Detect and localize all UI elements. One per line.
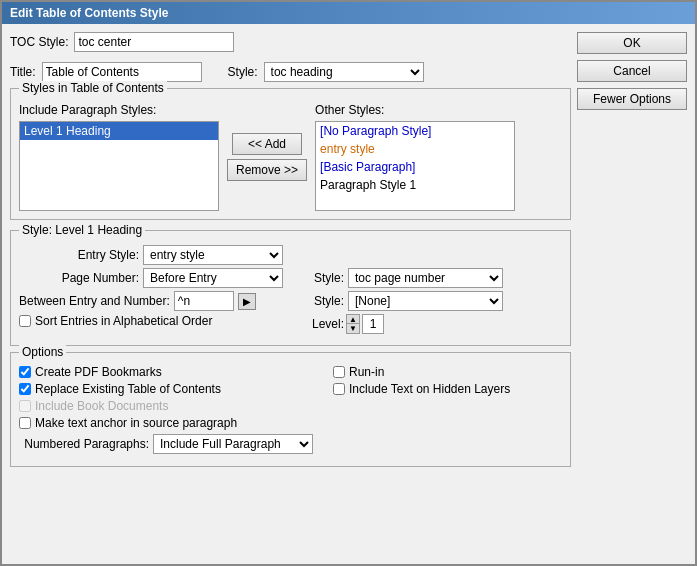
other-col: Other Styles: [No Paragraph Style] entry…	[315, 103, 515, 211]
options-section: Options Create PDF Bookmarks Replace Exi…	[10, 352, 571, 467]
replace-existing-checkbox[interactable]	[19, 383, 31, 395]
page-number-label: Page Number:	[19, 271, 139, 285]
level-input[interactable]	[362, 314, 384, 334]
level-label: Level:	[299, 317, 344, 331]
make-text-anchor-checkbox[interactable]	[19, 417, 31, 429]
page-number-row: Page Number: Before Entry	[19, 268, 283, 288]
run-in-checkbox[interactable]	[333, 366, 345, 378]
title-input[interactable]	[42, 62, 202, 82]
sort-label: Sort Entries in Alphabetical Order	[35, 314, 212, 328]
sort-row: Sort Entries in Alphabetical Order	[19, 314, 283, 328]
create-pdf-row: Create PDF Bookmarks	[19, 365, 313, 379]
between-style-row: Style: [None]	[299, 291, 503, 311]
include-label: Include Paragraph Styles:	[19, 103, 219, 117]
entry-style-select[interactable]: entry style	[143, 245, 283, 265]
entry-style-label: Entry Style:	[19, 248, 139, 262]
style-level-section: Style: Level 1 Heading Entry Style: entr…	[10, 230, 571, 346]
other-item-3[interactable]: Paragraph Style 1	[316, 176, 514, 194]
fewer-options-button[interactable]: Fewer Options	[577, 88, 687, 110]
replace-existing-label: Replace Existing Table of Contents	[35, 382, 221, 396]
right-panel: OK Cancel Fewer Options	[577, 32, 687, 467]
create-pdf-label: Create PDF Bookmarks	[35, 365, 162, 379]
include-hidden-checkbox[interactable]	[333, 383, 345, 395]
between-input-group: ▶	[174, 291, 256, 311]
numbered-paragraphs-row: Numbered Paragraphs: Include Full Paragr…	[19, 434, 313, 454]
make-text-anchor-row: Make text anchor in source paragraph	[19, 416, 313, 430]
between-arrow-btn[interactable]: ▶	[238, 293, 256, 310]
options-right: Run-in Include Text on Hidden Layers	[333, 365, 510, 458]
title-row: Title: Style: toc heading	[10, 62, 571, 82]
between-input[interactable]	[174, 291, 234, 311]
page-number-style-row: Style: toc page number	[299, 268, 503, 288]
title-bar: Edit Table of Contents Style	[2, 2, 695, 24]
entry-style-row: Entry Style: entry style	[19, 245, 562, 265]
dialog: Edit Table of Contents Style TOC Style: …	[0, 0, 697, 566]
level-row: Level: ▲ ▼	[299, 314, 503, 334]
toc-style-row: TOC Style:	[10, 32, 571, 52]
ok-button[interactable]: OK	[577, 32, 687, 54]
create-pdf-checkbox[interactable]	[19, 366, 31, 378]
include-col: Include Paragraph Styles: Level 1 Headin…	[19, 103, 219, 211]
options-title: Options	[19, 345, 66, 359]
include-list[interactable]: Level 1 Heading	[19, 121, 219, 211]
other-item-1[interactable]: entry style	[316, 140, 514, 158]
include-book-row: Include Book Documents	[19, 399, 313, 413]
between-label: Between Entry and Number:	[19, 294, 170, 308]
page-number-style-select[interactable]: toc page number	[348, 268, 503, 288]
cancel-button[interactable]: Cancel	[577, 60, 687, 82]
between-style-label: Style:	[299, 294, 344, 308]
include-book-checkbox	[19, 400, 31, 412]
remove-button[interactable]: Remove >>	[227, 159, 307, 181]
other-list[interactable]: [No Paragraph Style] entry style [Basic …	[315, 121, 515, 211]
page-number-select[interactable]: Before Entry	[143, 268, 283, 288]
level-spinner: ▲ ▼	[346, 314, 360, 334]
include-hidden-row: Include Text on Hidden Layers	[333, 382, 510, 396]
numbered-paragraphs-select[interactable]: Include Full Paragraph	[153, 434, 313, 454]
run-in-label: Run-in	[349, 365, 384, 379]
level-down-btn[interactable]: ▼	[347, 324, 359, 333]
other-item-2[interactable]: [Basic Paragraph]	[316, 158, 514, 176]
include-hidden-label: Include Text on Hidden Layers	[349, 382, 510, 396]
level-control: ▲ ▼	[346, 314, 384, 334]
other-label: Other Styles:	[315, 103, 515, 117]
style-label: Style:	[228, 65, 258, 79]
between-style-select[interactable]: [None]	[348, 291, 503, 311]
include-item-0[interactable]: Level 1 Heading	[20, 122, 218, 140]
numbered-paragraphs-label: Numbered Paragraphs:	[19, 437, 149, 451]
dialog-title: Edit Table of Contents Style	[10, 6, 168, 20]
styles-section-title: Styles in Table of Contents	[19, 81, 167, 95]
replace-existing-row: Replace Existing Table of Contents	[19, 382, 313, 396]
left-panel: TOC Style: Title: Style: toc heading Sty…	[10, 32, 571, 467]
style-right-col: Style: toc page number Style: [None]	[299, 268, 503, 337]
add-button[interactable]: << Add	[232, 133, 302, 155]
page-number-col: Page Number: Before Entry Between Entry …	[19, 268, 283, 337]
style-select[interactable]: toc heading	[264, 62, 424, 82]
page-number-style-label: Style:	[299, 271, 344, 285]
make-text-anchor-label: Make text anchor in source paragraph	[35, 416, 237, 430]
sort-checkbox[interactable]	[19, 315, 31, 327]
between-row: Between Entry and Number: ▶	[19, 291, 283, 311]
include-book-label: Include Book Documents	[35, 399, 168, 413]
level-up-btn[interactable]: ▲	[347, 315, 359, 324]
options-left: Create PDF Bookmarks Replace Existing Ta…	[19, 365, 313, 458]
toc-style-label: TOC Style:	[10, 35, 68, 49]
other-item-0[interactable]: [No Paragraph Style]	[316, 122, 514, 140]
run-in-row: Run-in	[333, 365, 510, 379]
toc-style-input[interactable]	[74, 32, 234, 52]
middle-btns: << Add Remove >>	[227, 103, 307, 211]
style-level-title: Style: Level 1 Heading	[19, 223, 145, 237]
styles-section: Styles in Table of Contents Include Para…	[10, 88, 571, 220]
title-label: Title:	[10, 65, 36, 79]
